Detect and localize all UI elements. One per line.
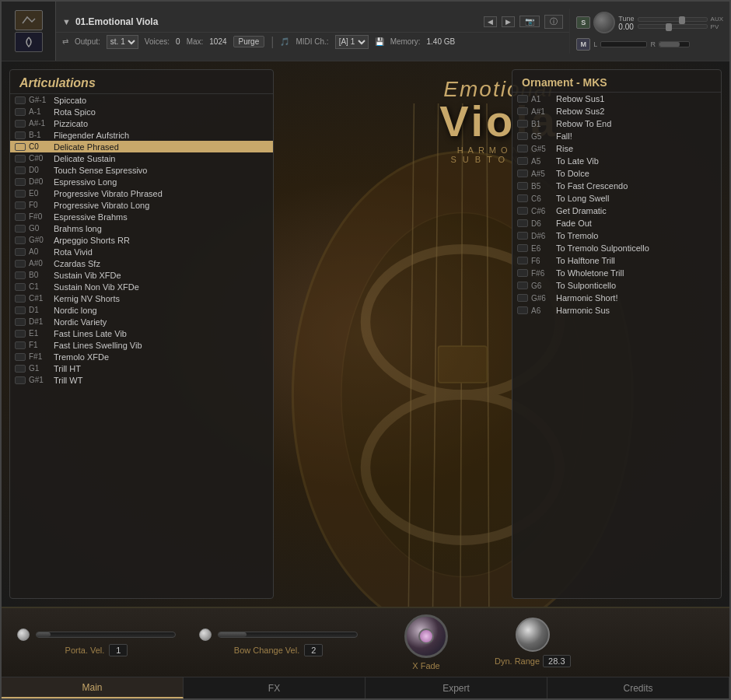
articulation-row[interactable]: G#1 Trill WT — [10, 374, 273, 386]
artic-name: Arpeggio Shorts RR — [54, 236, 268, 245]
artic-note: D1 — [29, 306, 54, 314]
ornament-row[interactable]: A5 To Late Vib — [512, 155, 721, 167]
orn-note: G5 — [531, 132, 556, 141]
orn-note: G6 — [531, 282, 556, 290]
xfade-knob[interactable] — [404, 614, 448, 658]
max-value: 1024 — [209, 37, 226, 46]
orn-name: To Fast Crescendo — [556, 181, 716, 191]
articulation-row[interactable]: E1 Fast Lines Late Vib — [10, 327, 273, 339]
orn-name: To Wholetone Trill — [556, 268, 716, 278]
porta-vel-track[interactable] — [36, 632, 176, 638]
artic-note: C#0 — [29, 154, 54, 163]
artic-name: Fliegender Aufstrich — [54, 131, 268, 140]
articulation-row[interactable]: B0 Sustain Vib XFDe — [10, 269, 273, 281]
articulation-row[interactable]: B-1 Fliegender Aufstrich — [10, 129, 273, 141]
output-icon: ⇄ — [62, 37, 68, 46]
artic-note: G#1 — [29, 376, 54, 384]
output-dropdown[interactable]: st. 1 — [107, 35, 138, 49]
nav-next-button[interactable]: ▶ — [502, 16, 515, 27]
orn-name: To Tremolo — [556, 231, 716, 240]
tab-main[interactable]: Main — [2, 677, 184, 698]
articulation-row[interactable]: C#0 Delicate Sustain — [10, 152, 273, 164]
artic-name: Fast Lines Swelling Vib — [54, 341, 268, 350]
led-indicator — [517, 182, 528, 190]
ornament-row[interactable]: A6 Harmonic Sus — [512, 304, 721, 317]
articulation-row[interactable]: G#-1 Spiccato — [10, 94, 273, 106]
articulation-row[interactable]: D#1 Nordic Variety — [10, 316, 273, 327]
articulation-row[interactable]: C1 Sustain Non Vib XFDe — [10, 281, 273, 292]
tune-knob[interactable] — [593, 12, 615, 33]
articulation-row[interactable]: D#0 Espressivo Long — [10, 176, 273, 187]
ornament-row[interactable]: A1 Rebow Sus1 — [512, 93, 721, 105]
articulation-row[interactable]: A0 Rota Vivid — [10, 246, 273, 257]
ornament-row[interactable]: A#5 To Dolce — [512, 167, 721, 180]
ornament-row[interactable]: C#6 Get Dramatic — [512, 205, 721, 217]
ornament-row[interactable]: D6 Fade Out — [512, 217, 721, 229]
ornament-row[interactable]: F#6 To Wholetone Trill — [512, 267, 721, 279]
midi-dropdown[interactable]: [A] 1 — [335, 35, 369, 49]
max-label: Max: — [187, 37, 204, 46]
articulation-row[interactable]: F#1 Tremolo XFDe — [10, 351, 273, 362]
led-indicator — [15, 248, 26, 256]
tab-expert[interactable]: Expert — [366, 677, 547, 698]
orn-name: To Dolce — [556, 169, 716, 178]
ornament-row[interactable]: C6 To Long Swell — [512, 192, 721, 205]
led-indicator — [15, 341, 26, 349]
articulation-row[interactable]: G#0 Arpeggio Shorts RR — [10, 234, 273, 246]
led-indicator — [15, 271, 26, 279]
articulation-row[interactable]: F#0 Espressive Brahms — [10, 211, 273, 222]
dyn-range-knob[interactable] — [516, 618, 550, 652]
articulation-row[interactable]: G0 Brahms long — [10, 222, 273, 234]
ornament-row[interactable]: G6 To Sulponticello — [512, 279, 721, 292]
porta-vel-label: Porta. Vel. — [65, 646, 105, 655]
ornament-row[interactable]: D#6 To Tremolo — [512, 229, 721, 242]
slider-1[interactable] — [638, 17, 708, 22]
articulation-row[interactable]: A#-1 Pizzicato — [10, 117, 273, 129]
porta-vel-knob[interactable] — [17, 628, 30, 641]
articulation-row[interactable]: D1 Nordic long — [10, 304, 273, 316]
articulation-row[interactable]: A-1 Rota Spico — [10, 106, 273, 117]
ornament-row[interactable]: F6 To Halftone Trill — [512, 254, 721, 267]
articulation-row[interactable]: F1 Fast Lines Swelling Vib — [10, 339, 273, 351]
orn-note: G#6 — [531, 294, 556, 303]
ornament-row[interactable]: G#6 Harmonic Short! — [512, 292, 721, 304]
bottom-tabs: Main FX Expert Credits — [2, 677, 729, 698]
s-button[interactable]: S — [576, 16, 590, 29]
ornament-row[interactable]: A#1 Rebow Sus2 — [512, 105, 721, 117]
articulation-row[interactable]: E0 Progressive Vibrato Phrased — [10, 187, 273, 199]
orn-name: Rise — [556, 144, 716, 153]
articulation-row[interactable]: C0 Delicate Phrased — [10, 141, 273, 152]
articulation-row[interactable]: F0 Progressive Vibrato Long — [10, 199, 273, 211]
camera-button[interactable]: 📷 — [519, 16, 540, 27]
orn-name: Rebow Sus2 — [556, 107, 716, 116]
orn-name: Harmonic Short! — [556, 293, 716, 303]
articulation-row[interactable]: D0 Touch Sense Espressivo — [10, 164, 273, 176]
level-slider[interactable] — [659, 41, 690, 47]
m-button[interactable]: M — [576, 38, 590, 51]
led-indicator — [15, 190, 26, 198]
tab-credits[interactable]: Credits — [547, 677, 729, 698]
purge-button[interactable]: Purge — [233, 36, 265, 47]
ornament-row[interactable]: B5 To Fast Crescendo — [512, 180, 721, 192]
articulation-row[interactable]: G1 Trill HT — [10, 362, 273, 374]
nav-prev-button[interactable]: ◀ — [484, 16, 497, 27]
articulation-row[interactable]: A#0 Czardas Sfz — [10, 257, 273, 269]
artic-note: A0 — [29, 247, 54, 256]
pv-label: PV — [711, 23, 723, 30]
memory-icon: 💾 — [375, 37, 384, 46]
articulation-row[interactable]: C#1 Kernig NV Shorts — [10, 292, 273, 304]
slider-2[interactable] — [638, 24, 708, 29]
orn-name: To Tremolo Sulponticello — [556, 243, 716, 253]
ornament-row[interactable]: B1 Rebow To End — [512, 117, 721, 130]
artic-note: A-1 — [29, 107, 54, 116]
ornament-row[interactable]: G5 Fall! — [512, 130, 721, 142]
bow-change-knob[interactable] — [199, 628, 212, 641]
ornament-row[interactable]: E6 To Tremolo Sulponticello — [512, 242, 721, 254]
info-button[interactable]: ⓘ — [544, 15, 563, 29]
bow-change-track[interactable] — [218, 632, 358, 638]
ornament-row[interactable]: G#5 Rise — [512, 142, 721, 155]
tab-fx[interactable]: FX — [184, 677, 366, 698]
porta-vel-slider-container — [17, 628, 176, 641]
orn-name: Harmonic Sus — [556, 306, 716, 315]
led-indicator — [517, 194, 528, 202]
